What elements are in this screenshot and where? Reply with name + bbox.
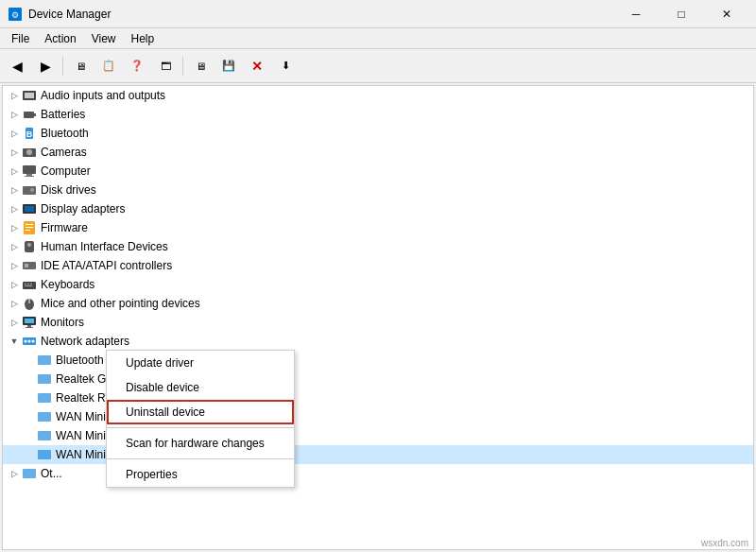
tree-item[interactable]: ▷Display adapters — [3, 199, 753, 218]
window-controls[interactable]: ─ □ ✕ — [614, 0, 748, 28]
expand-arrow[interactable]: ▷ — [7, 107, 22, 122]
expand-arrow[interactable]: ▷ — [7, 315, 22, 330]
context-menu-item[interactable]: Properties — [107, 462, 294, 487]
tree-item[interactable]: ▷Monitors — [3, 313, 753, 332]
context-menu-item[interactable]: Disable device — [107, 375, 294, 400]
tree-item-label: Audio inputs and outputs — [41, 89, 165, 102]
svg-rect-10 — [23, 165, 36, 174]
tree-item[interactable]: ▷Human Interface Devices — [3, 237, 753, 256]
menu-file[interactable]: File — [4, 30, 37, 47]
expand-arrow[interactable]: ▷ — [7, 277, 22, 292]
svg-rect-35 — [26, 327, 33, 328]
svg-rect-29 — [25, 285, 32, 286]
toolbar-forward[interactable]: ▶ — [32, 53, 59, 79]
maximize-button[interactable]: □ — [660, 0, 703, 28]
tree-item-label: Ot... — [41, 467, 62, 480]
menu-view[interactable]: View — [84, 30, 124, 47]
expand-arrow[interactable]: ▷ — [7, 164, 22, 179]
tree-item[interactable]: ▷BBluetooth — [3, 124, 753, 143]
svg-rect-41 — [38, 374, 51, 384]
tree-item-label: Network adapters — [41, 335, 129, 348]
tree-item[interactable]: ▼Network adapters — [3, 332, 753, 351]
device-icon — [22, 164, 37, 179]
minimize-button[interactable]: ─ — [614, 0, 658, 28]
device-icon: B — [22, 126, 37, 141]
svg-rect-34 — [27, 325, 31, 327]
expand-arrow[interactable]: ▷ — [7, 466, 22, 481]
expand-arrow[interactable] — [22, 371, 37, 387]
tree-item[interactable]: ▷Batteries — [3, 105, 753, 124]
tree-item[interactable]: ▷Cameras — [3, 143, 753, 162]
tree-item-label: Keyboards — [41, 278, 94, 291]
svg-rect-12 — [25, 176, 34, 177]
tree-item[interactable]: ▷Mice and other pointing devices — [3, 294, 753, 313]
toolbar-remove[interactable]: ✕ — [244, 53, 270, 79]
svg-point-38 — [28, 340, 31, 343]
expand-arrow[interactable]: ▷ — [7, 239, 22, 254]
svg-rect-5 — [34, 113, 36, 116]
context-menu-item[interactable]: Update driver — [107, 351, 294, 375]
main-area: ▷Audio inputs and outputs▷Batteries▷BBlu… — [0, 83, 756, 552]
svg-text:B: B — [26, 129, 33, 139]
toolbar-scan[interactable]: 🖥 — [187, 53, 214, 79]
expand-arrow[interactable]: ▷ — [7, 258, 22, 273]
device-icon — [22, 315, 37, 330]
context-menu-separator — [107, 427, 294, 428]
svg-rect-26 — [25, 284, 26, 285]
context-menu-item[interactable]: Uninstall device — [107, 400, 294, 424]
device-icon — [22, 201, 37, 216]
tree-item[interactable]: ▷Firmware — [3, 218, 753, 237]
context-menu: Update driverDisable deviceUninstall dev… — [106, 350, 295, 488]
expand-arrow[interactable]: ▷ — [7, 220, 22, 235]
expand-arrow[interactable] — [22, 390, 37, 405]
expand-arrow[interactable]: ▷ — [7, 145, 22, 160]
toolbar-back[interactable]: ◀ — [4, 53, 30, 79]
tree-item[interactable]: ▷IDE ATA/ATAPI controllers — [3, 256, 753, 275]
expand-arrow[interactable]: ▷ — [7, 201, 22, 216]
toolbar-help[interactable]: ❓ — [124, 53, 150, 79]
device-icon — [22, 182, 37, 198]
expand-arrow[interactable]: ▷ — [7, 296, 22, 311]
toolbar-save[interactable]: 💾 — [215, 53, 242, 79]
expand-arrow[interactable]: ▷ — [7, 88, 22, 103]
device-icon — [22, 88, 37, 103]
device-icon — [22, 107, 37, 122]
toolbar-device[interactable]: 🖥 — [67, 53, 94, 79]
expand-arrow[interactable]: ▷ — [7, 126, 22, 141]
device-icon — [22, 258, 37, 273]
toolbar-window[interactable]: 🗔 — [152, 53, 179, 79]
expand-arrow[interactable] — [22, 409, 37, 424]
expand-arrow[interactable]: ▷ — [7, 182, 22, 198]
svg-point-9 — [26, 149, 32, 155]
svg-rect-28 — [30, 284, 32, 285]
menu-action[interactable]: Action — [37, 30, 83, 47]
tree-item-label: Monitors — [41, 316, 84, 329]
expand-arrow[interactable]: ▼ — [7, 334, 22, 349]
watermark: wsxdn.com — [701, 538, 748, 548]
expand-arrow[interactable] — [22, 353, 37, 368]
toolbar-properties[interactable]: 📋 — [95, 53, 122, 79]
tree-item[interactable]: ▷Computer — [3, 162, 753, 181]
close-button[interactable]: ✕ — [705, 0, 748, 28]
window-title: Device Manager — [28, 8, 614, 21]
svg-rect-33 — [25, 319, 34, 323]
tree-item[interactable]: ▷Disk drives — [3, 181, 753, 199]
device-icon — [22, 296, 37, 311]
device-icon — [22, 239, 37, 254]
expand-arrow[interactable] — [22, 447, 37, 462]
tree-item-label: IDE ATA/ATAPI controllers — [41, 259, 172, 272]
tree-item-label: Computer — [41, 164, 91, 178]
svg-rect-18 — [26, 224, 33, 225]
svg-text:⚙: ⚙ — [11, 10, 19, 20]
tree-item[interactable]: ▷Keyboards — [3, 275, 753, 294]
tree-item[interactable]: ▷Audio inputs and outputs — [3, 86, 753, 105]
svg-rect-27 — [27, 284, 29, 285]
device-icon — [22, 466, 37, 481]
svg-rect-11 — [26, 174, 32, 176]
expand-arrow[interactable] — [22, 428, 37, 443]
context-menu-item[interactable]: Scan for hardware changes — [107, 431, 294, 456]
toolbar-update[interactable]: ⬇ — [272, 53, 299, 79]
svg-rect-3 — [25, 93, 34, 98]
menu-help[interactable]: Help — [124, 30, 163, 47]
svg-rect-20 — [26, 230, 30, 231]
